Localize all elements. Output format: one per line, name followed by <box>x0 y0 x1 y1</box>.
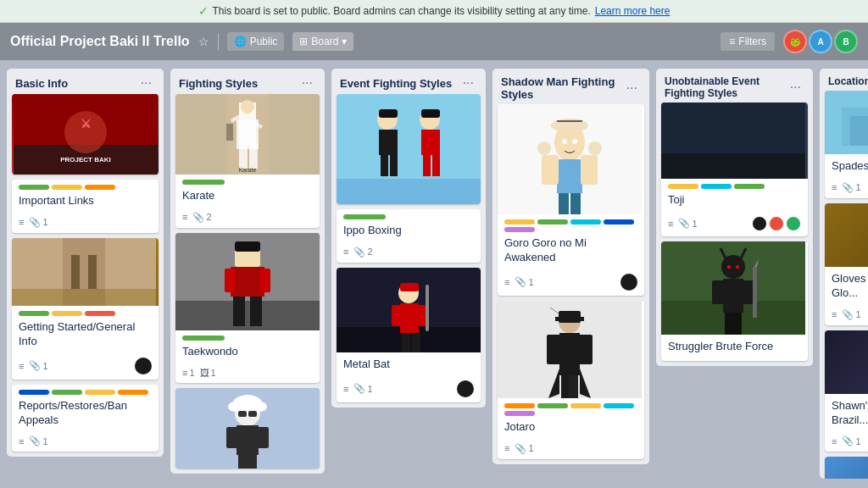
card-karate[interactable]: Karate Karate ≡ 📎2 <box>175 94 320 228</box>
card-gloves[interactable]: Gloves N' Glo... ≡ 📎1 <box>825 203 868 325</box>
taekwondo-svg <box>175 233 320 330</box>
card-taekwondo[interactable]: Taekwondo ≡1 🖼1 <box>175 233 320 383</box>
label-yellow <box>85 390 115 395</box>
list-header-event: Event Fighting Styles ··· <box>331 69 486 94</box>
card-goro[interactable]: Goro Goro no Mi Awakened ≡ 📎1 <box>498 104 644 296</box>
card-image-karate: Karate <box>175 94 320 175</box>
card-body-getting-started: Getting Started/General Info <box>12 306 159 356</box>
badge-checklist: ≡1 <box>182 368 195 378</box>
card-footer-gloves: ≡ 📎1 <box>825 308 868 325</box>
card-project-baki[interactable]: PROJECT BAKI ⚔ <box>12 94 159 175</box>
badge-attachment: 📎1 <box>842 182 860 193</box>
badge-attachment: 📎1 <box>842 309 860 320</box>
avatar[interactable]: 🐸 <box>783 30 807 53</box>
board-title[interactable]: Official Project Baki II Trello <box>10 34 190 49</box>
card-image-pot <box>825 457 868 479</box>
svg-rect-44 <box>337 179 481 204</box>
svg-rect-46 <box>379 130 398 155</box>
list-title-shadow: Shadow Man Fighting Styles <box>501 75 623 101</box>
label-green <box>182 180 225 185</box>
cards-unobtainable: Toji ≡ 📎1 <box>656 103 813 366</box>
event1-svg <box>337 94 481 204</box>
svg-rect-27 <box>260 269 270 292</box>
card-image-baki: PROJECT BAKI ⚔ <box>12 94 159 175</box>
globe-icon: 🌐 <box>234 36 247 47</box>
label-green <box>52 390 82 395</box>
card-ippo[interactable]: Ippo Boxing ≡ 📎2 <box>337 209 481 263</box>
card-toji[interactable]: Toji ≡ 📎1 <box>661 103 808 236</box>
card-footer-important-links: ≡ 📎 1 <box>12 215 159 233</box>
list-header-unobtainable: Unobtainable Event Fighting Styles ··· <box>656 69 813 103</box>
badge-checklist: ≡ <box>19 361 24 371</box>
card-image-taekwondo <box>175 233 320 330</box>
card-title-goro: Goro Goro no Mi Awakened <box>504 236 637 265</box>
card-dot <box>135 358 152 374</box>
card-event1[interactable] <box>337 94 481 204</box>
list-unobtainable: Unobtainable Event Fighting Styles ··· <box>656 69 813 366</box>
svg-rect-7 <box>12 289 156 306</box>
goro-svg <box>498 104 642 214</box>
svg-rect-59 <box>392 305 402 326</box>
avatar[interactable]: A <box>809 30 832 53</box>
card-image-event1 <box>337 94 481 204</box>
card-pot[interactable]: Pot's Romania... ≡ 📎1 <box>825 457 868 479</box>
label-yellow <box>570 403 601 408</box>
card-image-jotaro <box>498 301 644 398</box>
card-title-reports: Reports/Restores/Ban Appeals <box>19 399 152 428</box>
svg-rect-28 <box>233 297 245 326</box>
badge-attachment: 📎1 <box>678 218 697 229</box>
card-image-metalbat <box>337 268 481 352</box>
label-green <box>537 219 568 225</box>
svg-rect-96 <box>732 313 742 335</box>
svg-rect-82 <box>578 335 593 364</box>
list-menu-icon[interactable]: ··· <box>459 75 477 91</box>
list-menu-icon[interactable]: ··· <box>787 80 804 95</box>
card-title-karate: Karate <box>182 189 313 203</box>
notification-bar: ✓ This board is set to public. Board adm… <box>0 0 868 23</box>
visibility-badge[interactable]: 🌐 Public <box>227 32 285 51</box>
list-menu-icon[interactable]: ··· <box>298 75 316 91</box>
svg-point-39 <box>228 402 242 412</box>
card-struggler[interactable]: Struggler Brute Force <box>661 241 808 361</box>
card-metal-bat[interactable]: Metal Bat ≡ 📎1 <box>337 268 481 402</box>
learn-more-link[interactable]: Learn more here <box>595 5 670 17</box>
filters-button[interactable]: ≡ Filters <box>721 32 775 51</box>
card-spades[interactable]: Spades Gym ≡ 📎1 <box>825 91 868 198</box>
list-title-locations: Locations/Imp... <box>828 75 868 87</box>
card-image-gloves <box>825 203 868 267</box>
svg-point-99 <box>736 265 739 269</box>
svg-rect-53 <box>379 109 398 118</box>
svg-rect-8 <box>71 255 80 289</box>
card-image-shawn <box>825 330 868 394</box>
card-fighting3[interactable] <box>175 388 320 469</box>
board-area: Basic Info ··· PROJECT BAKI ⚔ <box>0 60 868 487</box>
svg-rect-80 <box>559 333 580 375</box>
list-menu-icon[interactable]: ··· <box>623 80 641 96</box>
svg-rect-41 <box>238 411 247 417</box>
label-teal <box>701 184 732 189</box>
badge-checklist: ≡ <box>832 436 837 446</box>
card-getting-started[interactable]: Getting Started/General Info ≡ 📎1 <box>12 238 159 380</box>
notification-text: This board is set to public. Board admin… <box>213 5 591 17</box>
card-reports[interactable]: Reports/Restores/Ban Appeals ≡ 📎1 <box>12 385 159 452</box>
list-menu-icon[interactable]: ··· <box>137 75 155 91</box>
svg-rect-67 <box>557 159 582 193</box>
board-view-badge[interactable]: ⊞ Board ▾ <box>292 32 353 51</box>
card-jotaro[interactable]: Jotaro ≡ 📎1 <box>498 301 644 459</box>
svg-rect-22 <box>175 301 320 330</box>
star-icon[interactable]: ☆ <box>198 35 209 48</box>
label-orange <box>118 390 148 395</box>
card-body-taekwondo: Taekwondo <box>175 330 320 366</box>
card-title-spades: Spades Gym <box>832 159 868 174</box>
svg-rect-26 <box>225 269 235 292</box>
card-title-metalbat: Metal Bat <box>343 358 474 372</box>
card-shawn[interactable]: Shawn's Brazil... ≡ 📎1 <box>825 330 868 452</box>
card-important-links[interactable]: Important Links ≡ 📎 1 <box>12 180 159 233</box>
card-footer-spades: ≡ 📎1 <box>825 180 868 198</box>
badge-checklist: ≡ <box>19 436 24 446</box>
svg-rect-37 <box>247 455 257 469</box>
card-footer-shawn: ≡ 📎1 <box>825 434 868 452</box>
avatar[interactable]: B <box>834 30 858 53</box>
badge-attachment: 📎2 <box>192 212 211 223</box>
card-footer-goro: ≡ 📎1 <box>498 272 644 296</box>
